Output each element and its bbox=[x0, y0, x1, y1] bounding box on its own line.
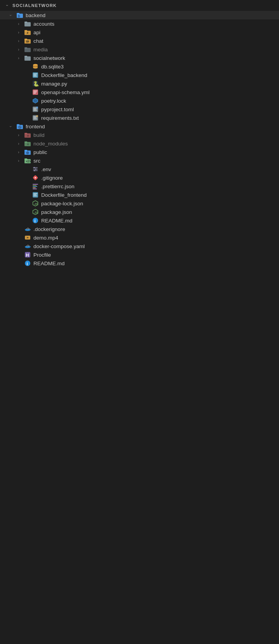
svg-rect-86 bbox=[28, 229, 28, 229]
src-chevron-icon[interactable] bbox=[16, 158, 22, 164]
chat-folder-icon bbox=[24, 37, 31, 44]
svg-rect-85 bbox=[26, 229, 27, 229]
file-prettierrc[interactable]: .prettierrc.json bbox=[0, 182, 279, 191]
svg-rect-15 bbox=[24, 47, 27, 49]
svg-rect-73 bbox=[33, 187, 36, 188]
backend-chevron-icon[interactable] bbox=[8, 12, 14, 18]
file-docker-compose[interactable]: docker-compose.yaml bbox=[0, 242, 279, 250]
folder-src[interactable]: </> src bbox=[0, 156, 279, 165]
chat-chevron-icon[interactable] bbox=[16, 38, 22, 44]
folder-backend[interactable]: backend bbox=[0, 11, 279, 19]
svg-rect-72 bbox=[33, 186, 37, 187]
svg-point-50 bbox=[27, 135, 29, 137]
file-procfile[interactable]: H Procfile bbox=[0, 250, 279, 259]
file-demo-mp4[interactable]: demo.mp4 bbox=[0, 233, 279, 242]
prettierrc-label: .prettierrc.json bbox=[41, 184, 75, 189]
pyproject-toml-label: pyproject.toml bbox=[41, 107, 74, 112]
svg-rect-87 bbox=[29, 229, 30, 229]
api-chevron-icon[interactable] bbox=[16, 29, 22, 35]
public-chevron-icon[interactable] bbox=[16, 149, 22, 155]
svg-text:JS: JS bbox=[34, 211, 38, 214]
node-modules-chevron-icon[interactable] bbox=[16, 140, 22, 147]
socialnetwork-chevron-icon[interactable] bbox=[16, 55, 22, 61]
file-manage-py[interactable]: 🐍 manage.py bbox=[0, 79, 279, 88]
file-readme-root[interactable]: i README.md bbox=[0, 259, 279, 268]
file-package-lock-json[interactable]: JS package-lock.json bbox=[0, 199, 279, 208]
file-dockerfile-backend[interactable]: Dockerfile_backend bbox=[0, 71, 279, 79]
svg-rect-3 bbox=[18, 16, 20, 16]
file-dockerignore[interactable]: .dockerignore bbox=[0, 225, 279, 233]
file-poetry-lock[interactable]: poetry.lock bbox=[0, 96, 279, 105]
build-chevron-icon[interactable] bbox=[16, 132, 22, 138]
folder-socialnetwork[interactable]: socialnetwork bbox=[0, 54, 279, 62]
svg-rect-77 bbox=[33, 194, 37, 195]
file-pyproject-toml[interactable]: pyproject.toml bbox=[0, 105, 279, 114]
tree-title: SOCIALNETWORK bbox=[12, 3, 57, 8]
file-openapi-schema[interactable]: openapi-schema.yml bbox=[0, 88, 279, 96]
readme-root-icon: i bbox=[24, 260, 31, 267]
svg-rect-91 bbox=[26, 246, 27, 247]
file-readme-frontend[interactable]: i README.md bbox=[0, 216, 279, 225]
svg-rect-94 bbox=[28, 245, 28, 245]
docker-compose-label: docker-compose.yaml bbox=[33, 243, 85, 249]
svg-rect-37 bbox=[33, 110, 37, 111]
svg-rect-4 bbox=[18, 17, 20, 17]
folder-api[interactable]: # api bbox=[0, 28, 279, 37]
folder-public[interactable]: public bbox=[0, 148, 279, 156]
svg-rect-70 bbox=[33, 184, 38, 185]
db-sqlite3-icon bbox=[32, 63, 39, 70]
gitignore-icon bbox=[32, 174, 39, 181]
svg-rect-64 bbox=[33, 170, 38, 171]
svg-rect-5 bbox=[24, 22, 31, 26]
dockerfile-frontend-icon bbox=[32, 191, 39, 198]
frontend-chevron-icon[interactable] bbox=[8, 123, 14, 130]
readme-frontend-icon: i bbox=[32, 217, 39, 224]
svg-rect-29 bbox=[33, 91, 37, 91]
svg-text:</>: </> bbox=[26, 159, 31, 163]
svg-rect-78 bbox=[33, 196, 37, 196]
node-modules-label: node_modules bbox=[33, 141, 68, 147]
src-label: src bbox=[33, 158, 40, 164]
svg-text:🐍: 🐍 bbox=[33, 80, 39, 87]
api-label: api bbox=[33, 30, 40, 35]
folder-accounts[interactable]: accounts bbox=[0, 19, 279, 28]
svg-text:i: i bbox=[35, 219, 36, 223]
media-chevron-icon[interactable] bbox=[16, 46, 22, 52]
socialnetwork-folder-icon bbox=[24, 54, 31, 61]
dockerignore-icon bbox=[24, 226, 31, 233]
svg-rect-24 bbox=[33, 75, 37, 75]
demo-mp4-label: demo.mp4 bbox=[33, 235, 58, 241]
folder-build[interactable]: build bbox=[0, 131, 279, 139]
svg-point-65 bbox=[34, 167, 35, 168]
svg-rect-52 bbox=[24, 142, 27, 143]
demo-mp4-icon bbox=[24, 234, 31, 241]
root-chevron-icon[interactable] bbox=[4, 2, 10, 9]
svg-text:JS: JS bbox=[34, 202, 38, 206]
folder-node-modules[interactable]: node_modules bbox=[0, 139, 279, 148]
svg-rect-6 bbox=[24, 22, 27, 23]
package-json-icon: JS bbox=[32, 208, 39, 215]
package-lock-json-label: package-lock.json bbox=[41, 201, 83, 206]
frontend-label: frontend bbox=[26, 124, 45, 130]
file-gitignore[interactable]: .gitignore bbox=[0, 173, 279, 182]
folder-chat[interactable]: chat bbox=[0, 37, 279, 45]
folder-frontend[interactable]: frontend bbox=[0, 122, 279, 131]
svg-rect-49 bbox=[24, 133, 27, 134]
poetry-lock-label: poetry.lock bbox=[41, 98, 66, 104]
dockerfile-backend-label: Dockerfile_backend bbox=[41, 72, 87, 78]
file-env[interactable]: .env bbox=[0, 165, 279, 173]
file-db-sqlite3[interactable]: db.sqlite3 bbox=[0, 62, 279, 71]
procfile-label: Procfile bbox=[33, 252, 51, 258]
file-requirements-txt[interactable]: requirements.txt bbox=[0, 114, 279, 122]
openapi-schema-label: openapi-schema.yml bbox=[41, 89, 90, 95]
file-package-json[interactable]: JS package.json bbox=[0, 208, 279, 216]
accounts-chevron-icon[interactable] bbox=[16, 21, 22, 27]
svg-rect-16 bbox=[24, 56, 31, 61]
folder-media[interactable]: media bbox=[0, 45, 279, 54]
build-folder-icon bbox=[24, 131, 31, 138]
file-dockerfile-frontend[interactable]: Dockerfile_frontend bbox=[0, 191, 279, 199]
env-label: .env bbox=[41, 166, 51, 172]
tree-header: SOCIALNETWORK bbox=[0, 0, 279, 11]
svg-text:H: H bbox=[26, 253, 29, 257]
prettierrc-icon bbox=[32, 183, 39, 190]
